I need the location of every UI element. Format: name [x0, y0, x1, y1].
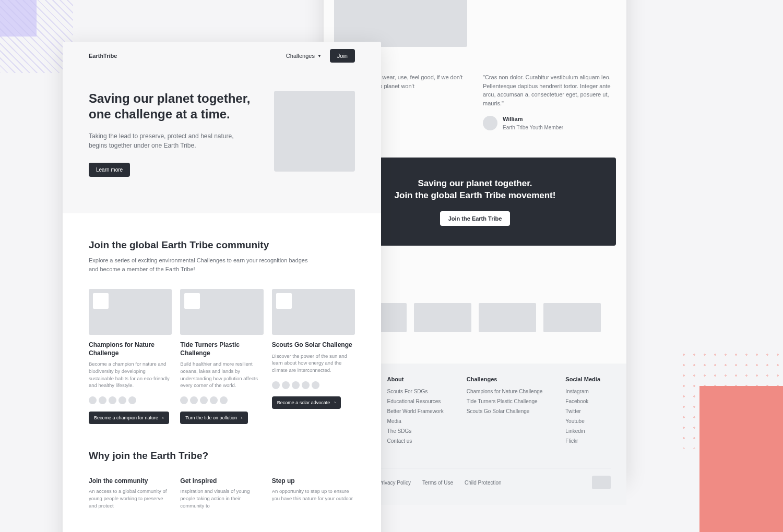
footer-link[interactable]: Scouts Go Solar Challenge — [467, 407, 543, 415]
card-badge-placeholder — [184, 293, 200, 309]
footer-badge-placeholder — [592, 476, 611, 489]
card-title: Champions for Nature Challenge — [89, 341, 172, 357]
card-desc: Become a champion for nature and biodive… — [89, 360, 172, 389]
challenge-card: Tide Turners Plastic Challenge Build hea… — [180, 289, 263, 424]
testimonial-image-placeholder — [334, 0, 467, 47]
footer-link[interactable]: Media — [387, 417, 444, 425]
card-cta-label: Become a solar advocate — [277, 400, 330, 405]
hero-subtitle: Taking the lead to preserve, protect and… — [89, 131, 235, 150]
why-section: Why join the Earth Tribe? Join the commu… — [63, 424, 381, 509]
card-title: Tide Turners Plastic Challenge — [180, 341, 263, 357]
bg-decoration-diagonal-lines — [0, 0, 73, 73]
footer-bottom-link[interactable]: Child Protection — [465, 480, 502, 486]
card-cta-label: Turn the tide on pollution — [185, 415, 237, 420]
footer-link[interactable]: Linkedin — [565, 427, 600, 435]
bg-decoration-red — [699, 386, 783, 532]
card-dots — [89, 396, 172, 404]
nav-challenges-dropdown[interactable]: Challenges ▼ — [286, 53, 322, 59]
card-image-placeholder — [272, 289, 355, 335]
chevron-right-icon: › — [162, 416, 164, 420]
why-item-desc: An opportunity to step up to ensure you … — [272, 488, 355, 502]
card-cta-button[interactable]: Turn the tide on pollution › — [180, 412, 247, 424]
challenge-card: Champions for Nature Challenge Become a … — [89, 289, 172, 424]
footer-link[interactable]: Tide Turners Plastic Challenge — [467, 397, 543, 405]
nav-challenges-label: Challenges — [286, 53, 315, 59]
why-item-desc: Inspiration and visuals of young people … — [180, 488, 263, 509]
footer-link[interactable]: Scouts For SDGs — [387, 388, 444, 395]
brand-logo[interactable]: EarthTribe — [89, 53, 117, 59]
cta-line1: Saving our planet together. — [345, 177, 606, 190]
card-badge-placeholder — [276, 293, 292, 309]
chevron-right-icon: › — [334, 400, 336, 405]
testimonial-role: Earth Tribe Youth Member — [503, 124, 563, 131]
testimonial-name: William — [503, 115, 563, 124]
card-badge-placeholder — [93, 293, 109, 309]
footer-link[interactable]: Instagram — [565, 388, 600, 395]
partner-logo-placeholder — [479, 303, 536, 332]
learn-more-button[interactable]: Learn more — [89, 163, 130, 177]
footer-col-title: Challenges — [467, 376, 543, 382]
join-earth-tribe-button[interactable]: Join the Earth Tribe — [440, 211, 511, 226]
navbar: EarthTribe Challenges ▼ Join — [63, 42, 381, 70]
why-item-title: Join the community — [89, 477, 172, 485]
card-dots — [180, 396, 263, 404]
footer-col-title: Social Media — [565, 376, 600, 382]
why-item-title: Step up — [272, 477, 355, 485]
card-desc: Build healthier and more resilient ocean… — [180, 360, 263, 389]
footer-col-title: About — [387, 376, 444, 382]
footer-link[interactable]: Facebook — [565, 397, 600, 405]
join-button[interactable]: Join — [330, 49, 355, 63]
footer-link[interactable]: Flickr — [565, 437, 600, 445]
section-title: Join the global Earth Tribe community — [89, 239, 355, 251]
why-item: Join the community An access to a global… — [89, 477, 172, 509]
card-image-placeholder — [89, 289, 172, 335]
footer-bottom-link[interactable]: Privacy Policy — [378, 480, 411, 486]
section-subtitle: Explore a series of exciting environment… — [89, 256, 318, 273]
card-cta-button[interactable]: Become a champion for nature › — [89, 412, 169, 424]
footer-link[interactable]: Twitter — [565, 407, 600, 415]
footer-link[interactable]: Youtube — [565, 417, 600, 425]
hero-title: Saving our planet together, one challeng… — [89, 91, 258, 122]
card-title: Scouts Go Solar Challenge — [272, 341, 355, 349]
why-item-title: Get inspired — [180, 477, 263, 485]
avatar — [483, 116, 497, 130]
hero-section: Saving our planet together, one challeng… — [63, 70, 381, 213]
footer-link[interactable]: The SDGs — [387, 427, 444, 435]
footer-link[interactable]: Contact us — [387, 437, 444, 445]
footer-link[interactable]: Better World Framework — [387, 407, 444, 415]
community-section: Join the global Earth Tribe community Ex… — [63, 213, 381, 424]
wireframe-page-front: EarthTribe Challenges ▼ Join Saving our … — [63, 42, 381, 532]
chevron-down-icon: ▼ — [317, 54, 322, 58]
card-cta-label: Become a champion for nature — [94, 415, 158, 420]
card-dots — [272, 381, 355, 389]
partner-logo-placeholder — [414, 303, 471, 332]
chevron-right-icon: › — [241, 416, 243, 420]
why-item: Step up An opportunity to step up to ens… — [272, 477, 355, 509]
hero-image-placeholder — [274, 91, 355, 172]
section-title: Why join the Earth Tribe? — [89, 450, 355, 462]
cta-line2: Join the global Earth Tribe movement! — [345, 189, 606, 202]
card-image-placeholder — [180, 289, 263, 335]
card-desc: Discover the power of the sun and learn … — [272, 353, 355, 374]
testimonial-quote: "Cras non dolor. Curabitur vestibulum al… — [483, 73, 616, 107]
why-item: Get inspired Inspiration and visuals of … — [180, 477, 263, 509]
challenge-card: Scouts Go Solar Challenge Discover the p… — [272, 289, 355, 424]
footer-link[interactable]: Educational Resources — [387, 397, 444, 405]
footer-link[interactable]: Champions for Nature Challenge — [467, 388, 543, 395]
why-item-desc: An access to a global community of young… — [89, 488, 172, 509]
partner-logo-placeholder — [543, 303, 601, 332]
card-cta-button[interactable]: Become a solar advocate › — [272, 396, 341, 409]
footer-bottom-link[interactable]: Terms of Use — [422, 480, 453, 486]
